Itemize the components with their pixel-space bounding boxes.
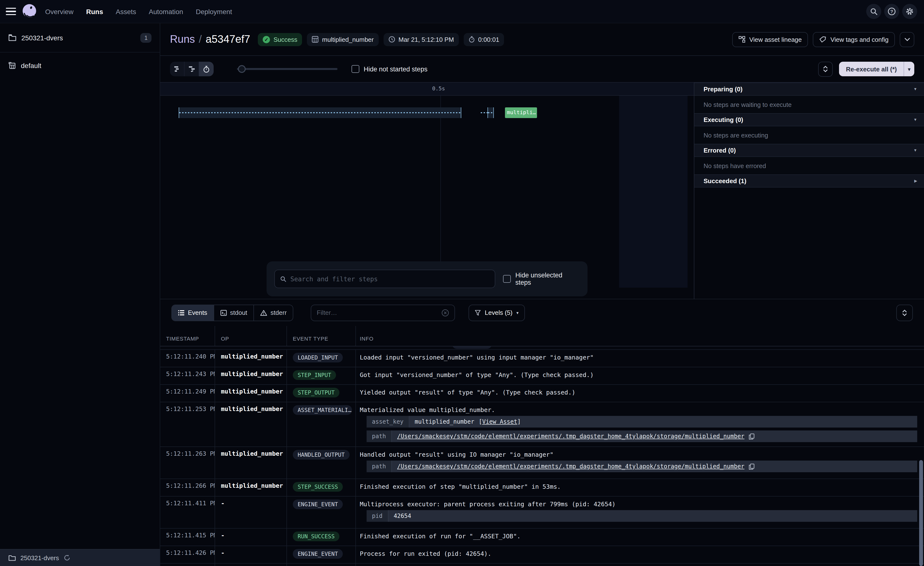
sidebar: 250321-dvers 1 default 250321-dvers xyxy=(0,23,160,566)
table-row[interactable]: 5:12:11.253 PM multiplied_number ASSET_M… xyxy=(160,402,924,447)
levels-label: Levels (5) xyxy=(485,309,513,316)
section-errored-title: Errored (0) xyxy=(704,147,736,154)
view-tags-config-button[interactable]: View tags and config xyxy=(813,32,895,47)
step-search-input[interactable] xyxy=(290,275,490,283)
event-log-table[interactable]: TIMESTAMP OP EVENT TYPE INFO 5:12:11.240… xyxy=(160,326,924,566)
run-id: a5347ef7 xyxy=(206,33,250,46)
levels-dropdown[interactable]: Levels (5) ▾ xyxy=(469,304,525,321)
run-datetime-label: Mar 21, 5:12:10 PM xyxy=(398,36,454,43)
section-executing-title: Executing (0) xyxy=(704,116,743,123)
section-succeeded-title: Succeeded (1) xyxy=(704,177,746,185)
section-preparing[interactable]: Preparing (0) ▼ xyxy=(694,83,924,96)
section-succeeded[interactable]: Succeeded (1) ▶ xyxy=(694,175,924,188)
search-button[interactable] xyxy=(866,4,881,19)
gantt-time-axis: 0.5s xyxy=(160,83,694,96)
clear-filter-icon[interactable] xyxy=(442,309,449,316)
row-timestamp: 5:12:11.249 PM xyxy=(160,385,215,402)
refresh-icon[interactable] xyxy=(63,554,70,561)
gantt-zoom-slider[interactable] xyxy=(237,65,338,73)
nav-item-assets[interactable]: Assets xyxy=(116,8,136,15)
folder-icon xyxy=(8,34,16,41)
nav-item-overview[interactable]: Overview xyxy=(45,8,74,15)
run-header: Runs / a5347ef7 ✓ Success multiplied_num… xyxy=(160,23,924,56)
table-row[interactable]: 5:12:11.426 PM - ENGINE_EVENT Process fo… xyxy=(160,546,924,563)
gantt-chart[interactable]: 0.5s multipli… xyxy=(160,83,694,299)
job-name: default xyxy=(21,62,41,69)
sidebar-item-default[interactable]: default xyxy=(0,53,160,79)
nav-item-deployment[interactable]: Deployment xyxy=(196,8,232,15)
waiting-bar-small[interactable] xyxy=(488,107,494,118)
table-row[interactable]: 5:12:11.411 PM - ENGINE_EVENT Multiproce… xyxy=(160,496,924,528)
checkbox-box[interactable] xyxy=(503,275,511,283)
repo-count-badge: 1 xyxy=(141,33,152,42)
bracket: [ xyxy=(479,418,482,425)
meta-label: pid xyxy=(367,510,388,522)
sidebar-item-repo[interactable]: 250321-dvers 1 xyxy=(0,23,160,53)
table-row[interactable]: 5:12:11.415 PM - RUN_SUCCESS Finished ex… xyxy=(160,528,924,546)
hide-unselected-label: Hide unselected steps xyxy=(515,272,580,286)
hide-unselected-checkbox[interactable]: Hide unselected steps xyxy=(503,272,580,286)
settings-button[interactable] xyxy=(902,4,917,19)
copy-icon[interactable] xyxy=(749,463,754,470)
waterfall-view-button[interactable] xyxy=(184,62,199,76)
help-button[interactable]: ? xyxy=(884,4,899,19)
flat-view-button[interactable] xyxy=(170,62,184,76)
nav-item-automation[interactable]: Automation xyxy=(149,8,183,15)
table-row[interactable]: 5:12:11.249 PM multiplied_number STEP_OU… xyxy=(160,384,924,402)
path-link[interactable]: /Users/smackesey/stm/code/elementl/exper… xyxy=(397,463,745,470)
header-more-button[interactable] xyxy=(900,32,914,47)
timed-view-button[interactable] xyxy=(199,62,214,76)
row-op: - xyxy=(215,546,287,563)
reexecute-button[interactable]: Re-execute all (*) xyxy=(839,62,904,76)
gantt-expand-button[interactable] xyxy=(818,62,833,77)
section-executing[interactable]: Executing (0) ▼ xyxy=(694,113,924,126)
vertical-scrollbar[interactable] xyxy=(919,460,923,566)
hide-not-started-checkbox[interactable]: Hide not started steps xyxy=(351,65,428,73)
tab-stdout[interactable]: stdout xyxy=(214,305,254,321)
hamburger-menu-icon[interactable] xyxy=(0,8,21,15)
nav-item-runs[interactable]: Runs xyxy=(86,8,103,15)
view-asset-link[interactable]: View Asset xyxy=(482,418,518,425)
sidebar-footer[interactable]: 250321-dvers xyxy=(0,549,160,566)
log-filter-box[interactable] xyxy=(311,304,455,321)
step-search-box[interactable] xyxy=(274,269,495,288)
row-timestamp: 5:12:11.415 PM xyxy=(160,528,215,546)
waiting-bar[interactable] xyxy=(178,107,461,118)
tag-icon xyxy=(819,36,826,43)
row-op: multiplied_number xyxy=(215,402,287,447)
table-row[interactable]: 5:12:11.243 PM multiplied_number STEP_IN… xyxy=(160,367,924,384)
copy-icon[interactable] xyxy=(749,433,754,440)
row-op: - xyxy=(215,497,287,528)
row-info: Got input "versioned_number" of type "An… xyxy=(360,370,921,378)
log-expand-button[interactable] xyxy=(896,304,913,321)
checkbox-box[interactable] xyxy=(351,65,359,73)
nav-items: Overview Runs Assets Automation Deployme… xyxy=(45,8,232,15)
tab-stderr[interactable]: stderr xyxy=(254,305,293,321)
row-info: Finished execution of step "multiplied_n… xyxy=(360,482,921,490)
row-op: - xyxy=(215,528,287,546)
table-row[interactable]: 5:12:11.266 PM multiplied_number STEP_SU… xyxy=(160,479,924,496)
tab-stderr-label: stderr xyxy=(270,309,286,316)
reexecute-dropdown-button[interactable]: ▾ xyxy=(904,62,914,76)
row-op: multiplied_number xyxy=(215,350,287,367)
repo-name: 250321-dvers xyxy=(21,34,63,42)
view-asset-lineage-button[interactable]: View asset lineage xyxy=(732,32,808,47)
path-link[interactable]: /Users/smackesey/stm/code/elementl/exper… xyxy=(397,433,745,440)
search-icon xyxy=(870,8,878,15)
row-info: Yielded output "result" of type "Any". (… xyxy=(360,388,921,396)
log-filter-input[interactable] xyxy=(317,309,442,316)
table-row[interactable]: 5:12:11.240 PM multiplied_number LOADED_… xyxy=(160,349,924,367)
slider-knob[interactable] xyxy=(238,65,246,73)
breadcrumb-runs-link[interactable]: Runs xyxy=(170,33,195,46)
axis-tick-label: 0.5s xyxy=(432,86,445,92)
table-row[interactable]: 5:12:11.263 PM multiplied_number HANDLED… xyxy=(160,447,924,479)
folder-icon xyxy=(8,554,16,561)
col-op: OP xyxy=(215,326,287,346)
step-bar-multiplied-number[interactable]: multipli… xyxy=(505,107,537,118)
dagster-logo-icon[interactable] xyxy=(21,3,38,20)
asset-tag[interactable]: multiplied_number xyxy=(307,33,378,46)
row-timestamp: 5:12:11.426 PM xyxy=(160,546,215,563)
run-duration: 0:00:01 xyxy=(464,33,504,46)
tab-events[interactable]: Events xyxy=(172,305,214,321)
section-errored[interactable]: Errored (0) ▼ xyxy=(694,144,924,157)
